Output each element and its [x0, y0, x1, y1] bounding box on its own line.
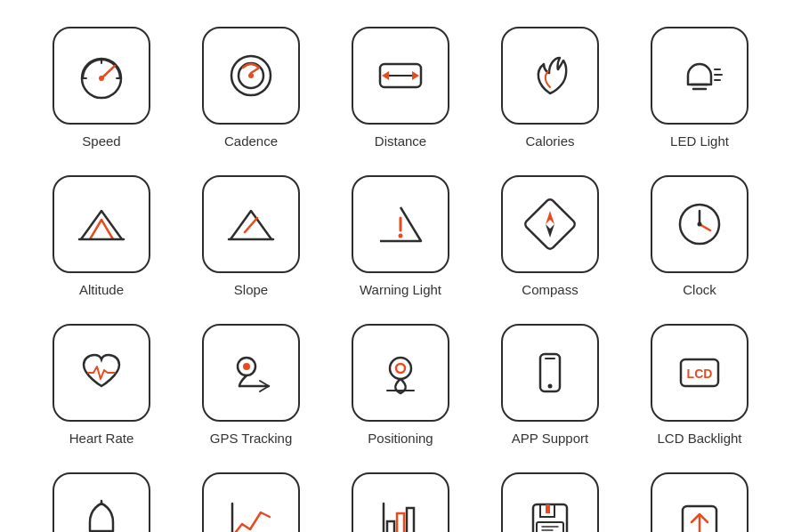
- item-cadence: Cadence: [176, 18, 326, 157]
- label-distance: Distance: [375, 133, 426, 149]
- svg-point-30: [698, 222, 702, 227]
- auto-wakeup-icon: [70, 490, 133, 532]
- svg-text:LCD: LCD: [687, 367, 713, 381]
- item-distance: Distance: [326, 18, 475, 157]
- icon-box-lcd-backlight: LCD: [651, 324, 748, 422]
- label-slope: Slope: [234, 282, 268, 297]
- icon-box-data-storage: [501, 472, 599, 532]
- icon-box-data-statistics: [352, 472, 449, 532]
- svg-point-2: [99, 76, 104, 81]
- icon-box-slope: [202, 175, 300, 273]
- item-slope: Slope: [176, 166, 326, 306]
- svg-rect-46: [397, 513, 404, 532]
- icon-box-app-support: [501, 324, 599, 422]
- icon-box-speed: [53, 27, 150, 125]
- label-heart-rate: Heart Rate: [69, 431, 134, 446]
- svg-point-34: [390, 358, 411, 379]
- icon-box-led-light: [651, 27, 748, 125]
- item-clock: Clock: [625, 166, 774, 306]
- item-altitude: Altitude: [27, 166, 176, 306]
- item-auto-wakeup: Auto Wakeup: [27, 463, 176, 532]
- feature-grid: Speed Cadence Distance: [0, 0, 801, 532]
- icon-box-warning-light: [352, 175, 449, 273]
- icon-box-gps-tracking: [202, 324, 300, 422]
- svg-rect-45: [387, 521, 394, 532]
- label-gps-tracking: GPS Tracking: [210, 431, 293, 446]
- icon-box-heart-rate: [53, 324, 150, 422]
- item-calories: Calories: [475, 18, 625, 157]
- data-upload-icon: [668, 490, 731, 532]
- item-data-upload: Data Upload: [625, 463, 774, 532]
- icon-box-calories: [501, 27, 599, 125]
- svg-point-35: [396, 364, 405, 373]
- label-speed: Speed: [82, 133, 120, 149]
- item-data-analysis: Data Analysis: [176, 463, 326, 532]
- label-calories: Calories: [525, 133, 574, 149]
- svg-line-21: [245, 218, 257, 232]
- item-speed: Speed: [27, 18, 176, 157]
- item-app-support: APP Support: [475, 315, 625, 455]
- icon-box-auto-wakeup: [53, 472, 150, 532]
- item-positioning: Positioning: [326, 315, 475, 455]
- icon-box-distance: [352, 27, 449, 125]
- item-warning-light: Warning Light: [326, 166, 475, 306]
- item-data-storage: Data Storage: [475, 463, 625, 532]
- gps-tracking-icon: [220, 342, 282, 404]
- item-compass: Compass: [475, 166, 625, 306]
- icon-box-clock: [651, 175, 748, 273]
- label-lcd-backlight: LCD Backlight: [657, 431, 741, 446]
- item-heart-rate: Heart Rate: [27, 315, 176, 455]
- cadence-icon: [220, 44, 282, 107]
- icon-box-compass: [501, 175, 599, 273]
- label-clock: Clock: [683, 282, 716, 297]
- lcd-backlight-icon: LCD: [668, 342, 731, 404]
- svg-rect-24: [523, 197, 576, 250]
- svg-marker-25: [546, 211, 554, 224]
- data-storage-icon: [519, 490, 581, 532]
- speed-icon: [70, 44, 133, 107]
- warning-light-icon: [369, 193, 432, 255]
- svg-rect-47: [407, 508, 414, 532]
- item-data-statistics: Data Statistics: [326, 463, 475, 532]
- label-cadence: Cadence: [224, 133, 278, 149]
- data-statistics-icon: [369, 490, 432, 532]
- svg-marker-12: [382, 71, 389, 80]
- label-app-support: APP Support: [512, 431, 588, 446]
- icon-box-data-analysis: [202, 472, 300, 532]
- positioning-icon: [369, 342, 432, 404]
- item-lcd-backlight: LCD LCD Backlight: [625, 315, 774, 455]
- app-support-icon: [519, 342, 581, 404]
- calories-icon: [519, 44, 581, 107]
- svg-line-1: [101, 66, 115, 78]
- label-led-light: LED Light: [670, 133, 729, 149]
- svg-marker-13: [412, 71, 419, 80]
- label-warning-light: Warning Light: [360, 282, 441, 297]
- svg-point-23: [399, 234, 403, 238]
- icon-box-cadence: [202, 27, 300, 125]
- label-compass: Compass: [522, 282, 578, 297]
- svg-rect-55: [546, 504, 550, 513]
- clock-icon: [668, 193, 731, 255]
- icon-box-altitude: [53, 175, 150, 273]
- compass-icon: [519, 193, 581, 255]
- icon-box-positioning: [352, 324, 449, 422]
- data-analysis-icon: [220, 490, 282, 532]
- item-led-light: LED Light: [625, 18, 774, 157]
- slope-icon: [220, 193, 282, 255]
- heart-rate-icon: [70, 342, 133, 404]
- svg-marker-26: [546, 224, 554, 238]
- icon-box-data-upload: [651, 472, 748, 532]
- altitude-icon: [70, 193, 133, 255]
- svg-point-38: [548, 384, 553, 389]
- led-light-icon: [668, 44, 731, 107]
- svg-point-32: [243, 363, 250, 370]
- label-positioning: Positioning: [368, 431, 433, 446]
- item-gps-tracking: GPS Tracking: [176, 315, 326, 455]
- distance-icon: [369, 44, 432, 107]
- label-altitude: Altitude: [79, 282, 124, 297]
- svg-line-9: [251, 69, 258, 73]
